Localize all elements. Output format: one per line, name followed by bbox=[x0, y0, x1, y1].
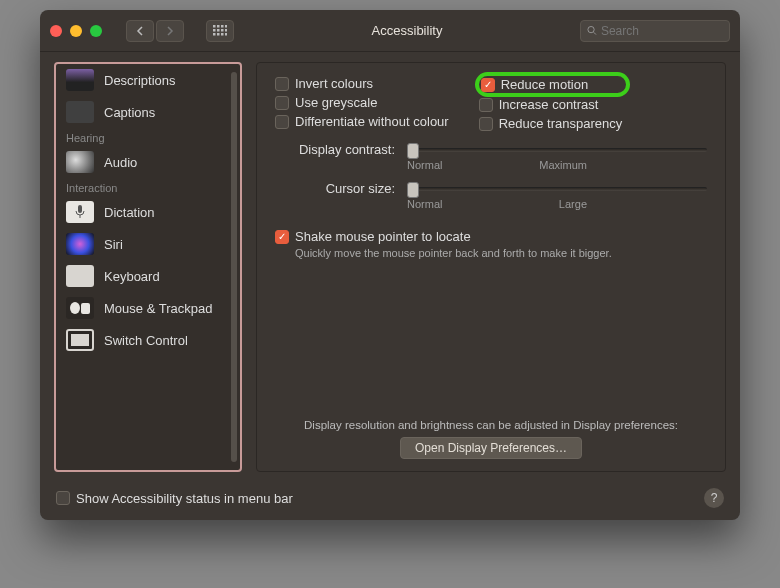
switch-control-icon bbox=[66, 329, 94, 351]
main-panel: Invert colours Use greyscale Differentia… bbox=[256, 62, 726, 472]
accessibility-window: Accessibility Descriptions Captions Hear… bbox=[40, 10, 740, 520]
sidebar-item-label: Switch Control bbox=[104, 333, 188, 348]
checkbox-icon bbox=[275, 115, 289, 129]
search-field[interactable] bbox=[580, 20, 730, 42]
checkbox-icon bbox=[479, 117, 493, 131]
svg-rect-16 bbox=[81, 303, 90, 314]
sidebar-item-label: Siri bbox=[104, 237, 123, 252]
svg-rect-8 bbox=[213, 33, 216, 36]
sidebar-scrollbar[interactable] bbox=[231, 72, 237, 462]
checkbox-icon: ✓ bbox=[481, 78, 495, 92]
svg-rect-0 bbox=[213, 25, 216, 28]
checkbox-increase-contrast[interactable]: Increase contrast bbox=[479, 96, 623, 113]
sidebar: Descriptions Captions Hearing Audio Inte… bbox=[54, 62, 242, 472]
checkbox-label: Differentiate without colour bbox=[295, 114, 449, 129]
checkbox-label: Shake mouse pointer to locate bbox=[295, 229, 471, 244]
svg-rect-5 bbox=[217, 29, 220, 32]
sidebar-item-label: Mouse & Trackpad bbox=[104, 301, 212, 316]
display-prefs-note: Display resolution and brightness can be… bbox=[275, 419, 707, 431]
checkbox-use-greyscale[interactable]: Use greyscale bbox=[275, 94, 449, 111]
svg-rect-7 bbox=[225, 29, 227, 32]
sidebar-item-descriptions[interactable]: Descriptions bbox=[56, 64, 240, 96]
svg-rect-10 bbox=[221, 33, 224, 36]
svg-rect-1 bbox=[217, 25, 220, 28]
window-title: Accessibility bbox=[242, 23, 572, 38]
slider-max-label: Maximum bbox=[539, 159, 587, 171]
svg-line-13 bbox=[594, 32, 596, 34]
window-controls bbox=[50, 25, 102, 37]
keyboard-icon bbox=[66, 265, 94, 287]
show-all-button[interactable] bbox=[206, 20, 234, 42]
sidebar-item-mouse[interactable]: Mouse & Trackpad bbox=[56, 292, 240, 324]
dictation-icon bbox=[66, 201, 94, 223]
checkbox-reduce-motion[interactable]: ✓ Reduce motion bbox=[475, 72, 631, 97]
svg-rect-2 bbox=[221, 25, 224, 28]
nav-back-forward bbox=[126, 20, 184, 42]
back-button[interactable] bbox=[126, 20, 154, 42]
cursor-label: Cursor size: bbox=[275, 181, 395, 196]
checkbox-shake-pointer[interactable]: ✓ Shake mouse pointer to locate bbox=[275, 228, 707, 245]
checkbox-icon bbox=[479, 98, 493, 112]
slider-min-label: Normal bbox=[407, 159, 442, 171]
checkbox-label: Invert colours bbox=[295, 76, 373, 91]
section-interaction: Interaction bbox=[56, 178, 240, 196]
checkbox-reduce-transparency[interactable]: Reduce transparency bbox=[479, 115, 623, 132]
sidebar-item-label: Keyboard bbox=[104, 269, 160, 284]
svg-point-15 bbox=[70, 302, 80, 314]
section-hearing: Hearing bbox=[56, 128, 240, 146]
contrast-label: Display contrast: bbox=[275, 142, 395, 157]
titlebar: Accessibility bbox=[40, 10, 740, 52]
zoom-icon[interactable] bbox=[90, 25, 102, 37]
sidebar-item-dictation[interactable]: Dictation bbox=[56, 196, 240, 228]
cursor-size-slider[interactable] bbox=[407, 187, 707, 191]
minimize-icon[interactable] bbox=[70, 25, 82, 37]
slider-thumb-icon bbox=[407, 182, 419, 198]
display-contrast-slider[interactable] bbox=[407, 148, 707, 152]
help-icon: ? bbox=[711, 491, 718, 505]
bottom-bar: Show Accessibility status in menu bar ? bbox=[40, 482, 740, 520]
sidebar-item-label: Descriptions bbox=[104, 73, 176, 88]
checkbox-label: Increase contrast bbox=[499, 97, 599, 112]
svg-rect-6 bbox=[221, 29, 224, 32]
shake-description: Quickly move the mouse pointer back and … bbox=[295, 247, 707, 259]
slider-min-label: Normal bbox=[407, 198, 442, 210]
svg-rect-4 bbox=[213, 29, 216, 32]
checkbox-icon bbox=[275, 96, 289, 110]
checkbox-show-status-menubar[interactable]: Show Accessibility status in menu bar bbox=[56, 490, 293, 507]
checkbox-differentiate-without-colour[interactable]: Differentiate without colour bbox=[275, 113, 449, 130]
svg-rect-11 bbox=[225, 33, 227, 36]
checkbox-label: Reduce transparency bbox=[499, 116, 623, 131]
close-icon[interactable] bbox=[50, 25, 62, 37]
sidebar-item-captions[interactable]: Captions bbox=[56, 96, 240, 128]
audio-icon bbox=[66, 151, 94, 173]
sidebar-item-keyboard[interactable]: Keyboard bbox=[56, 260, 240, 292]
checkbox-icon bbox=[56, 491, 70, 505]
sidebar-item-label: Dictation bbox=[104, 205, 155, 220]
checkbox-label: Use greyscale bbox=[295, 95, 377, 110]
svg-point-12 bbox=[588, 26, 594, 32]
sidebar-item-audio[interactable]: Audio bbox=[56, 146, 240, 178]
open-display-preferences-button[interactable]: Open Display Preferences… bbox=[400, 437, 582, 459]
checkbox-label: Show Accessibility status in menu bar bbox=[76, 491, 293, 506]
slider-thumb-icon bbox=[407, 143, 419, 159]
descriptions-icon bbox=[66, 69, 94, 91]
captions-icon bbox=[66, 101, 94, 123]
sidebar-item-siri[interactable]: Siri bbox=[56, 228, 240, 260]
slider-max-label: Large bbox=[559, 198, 587, 210]
mouse-icon bbox=[66, 297, 94, 319]
svg-rect-3 bbox=[225, 25, 227, 28]
search-input[interactable] bbox=[601, 24, 723, 38]
sidebar-item-label: Captions bbox=[104, 105, 155, 120]
checkbox-invert-colours[interactable]: Invert colours bbox=[275, 75, 449, 92]
siri-icon bbox=[66, 233, 94, 255]
checkbox-label: Reduce motion bbox=[501, 77, 588, 92]
checkbox-icon bbox=[275, 77, 289, 91]
checkbox-icon: ✓ bbox=[275, 230, 289, 244]
svg-rect-9 bbox=[217, 33, 220, 36]
sidebar-item-switch[interactable]: Switch Control bbox=[56, 324, 240, 356]
sidebar-item-label: Audio bbox=[104, 155, 137, 170]
search-icon bbox=[587, 25, 597, 36]
forward-button[interactable] bbox=[156, 20, 184, 42]
svg-rect-14 bbox=[78, 205, 82, 213]
help-button[interactable]: ? bbox=[704, 488, 724, 508]
